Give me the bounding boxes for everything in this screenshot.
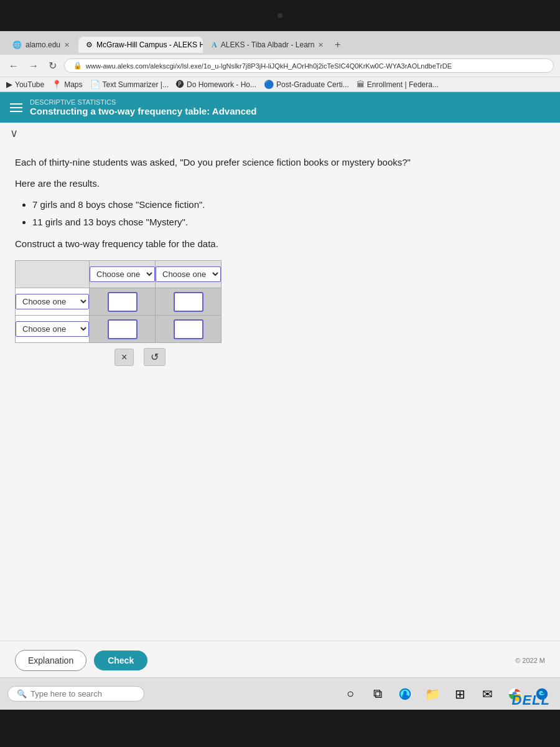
table-row2-label-cell[interactable]: Choose one Science fiction Mystery Total [16, 316, 90, 343]
apps-grid-icon[interactable]: ⊞ [449, 684, 470, 705]
maps-icon: 📍 [52, 80, 62, 89]
bookmark-do-homework-label: Do Homework - Ho... [187, 80, 256, 89]
bookmark-youtube[interactable]: ▶ YouTube [6, 80, 44, 89]
reload-button[interactable]: ↻ [46, 59, 59, 73]
youtube-icon: ▶ [6, 80, 12, 89]
frequency-table-wrapper: Choose one Girl Boy Total Choose one Gir… [15, 260, 545, 366]
table-cell-row2-col2[interactable] [156, 316, 222, 343]
footer-area: Explanation Check © 2022 M [0, 641, 560, 677]
bookmark-youtube-label: YouTube [15, 80, 44, 89]
hamburger-menu[interactable] [10, 103, 22, 112]
check-button[interactable]: Check [94, 651, 147, 670]
tab-label-aleks: ALEKS - Tiba Albadr - Learn [221, 40, 315, 49]
taskbar: 🔍 ○ ⧉ 📁 ⊞ ✉ [0, 677, 560, 710]
text-summarizer-icon: 📄 [90, 80, 100, 89]
frequency-table: Choose one Girl Boy Total Choose one Gir… [15, 260, 222, 343]
bookmark-text-summarizer-label: Text Summarizer |... [103, 80, 169, 89]
input-row1-col2[interactable] [174, 292, 203, 312]
table-cell-row1-col2[interactable] [156, 288, 222, 316]
problem-sub-intro: Here are the results. [15, 176, 545, 191]
row2-label-select[interactable]: Choose one Science fiction Mystery Total [16, 321, 89, 337]
copyright-text: © 2022 M [515, 657, 545, 664]
search-bar-icon: 🔍 [17, 689, 27, 698]
tab-label-alamo: alamo.edu [26, 40, 60, 49]
bookmark-post-graduate-label: Post-Graduate Certi... [276, 80, 349, 89]
bookmark-text-summarizer[interactable]: 📄 Text Summarizer |... [90, 80, 169, 89]
aleks-title: Constructing a two-way frequency table: … [30, 106, 257, 116]
bookmark-enrollment-label: Enrollment | Federa... [367, 80, 439, 89]
aleks-header-text: DESCRIPTIVE STATISTICS Constructing a tw… [30, 98, 257, 116]
table-cell-row2-col1[interactable] [90, 316, 156, 343]
hamburger-line1 [10, 103, 22, 105]
address-bar-row: ← → ↻ 🔒 www-awu.aleks.com/alekscgi/x/lsl… [0, 55, 560, 77]
bullet-list: 7 girls and 8 boys chose "Science fictio… [32, 197, 545, 230]
forward-button[interactable]: → [26, 59, 41, 73]
file-explorer-icon[interactable]: 📁 [422, 684, 443, 705]
bookmark-enrollment[interactable]: 🏛 Enrollment | Federa... [357, 80, 439, 89]
tab-favicon-mcgraw: ⚙ [86, 40, 93, 49]
undo-button[interactable]: ↺ [144, 348, 166, 366]
table-header-col2[interactable]: Choose one Girl Boy Total [156, 261, 222, 288]
tab-aleks[interactable]: A ALEKS - Tiba Albadr - Learn ✕ [204, 37, 329, 54]
problem-content: Each of thirty-nine students was asked, … [0, 144, 560, 641]
edge-browser-icon[interactable] [394, 684, 416, 705]
tab-close-aleks[interactable]: ✕ [318, 41, 324, 49]
table-corner-cell [16, 261, 90, 288]
clear-button[interactable]: × [114, 349, 134, 366]
bookmarks-bar: ▶ YouTube 📍 Maps 📄 Text Summarizer |... … [0, 77, 560, 92]
search-input[interactable] [30, 689, 130, 698]
aleks-subtitle: DESCRIPTIVE STATISTICS [30, 98, 257, 106]
homework-icon: 🅟 [176, 80, 184, 89]
content-area: DESCRIPTIVE STATISTICS Constructing a tw… [0, 92, 560, 677]
address-bar[interactable]: 🔒 www-awu.aleks.com/alekscgi/x/lsl.exe/1… [64, 59, 554, 73]
row1-label-select[interactable]: Choose one Science fiction Mystery Total [16, 294, 89, 309]
bullet-item-2: 11 girls and 13 boys chose "Mystery". [32, 215, 545, 230]
task-view-icon[interactable]: ⧉ [367, 684, 388, 705]
tab-mcgraw[interactable]: ⚙ McGraw-Hill Campus - ALEKS Ho ✕ [78, 37, 203, 53]
table-action-row: × ↺ [15, 343, 545, 366]
bookmark-maps-label: Maps [64, 80, 82, 89]
new-tab-button[interactable]: + [330, 37, 345, 53]
bookmark-post-graduate[interactable]: 🔵 Post-Graduate Certi... [264, 80, 349, 89]
explanation-button[interactable]: Explanation [15, 650, 86, 671]
bookmark-do-homework[interactable]: 🅟 Do Homework - Ho... [176, 80, 256, 89]
tab-favicon-aleks: A [212, 40, 217, 50]
dell-logo: DELL [512, 692, 550, 708]
address-text: www-awu.aleks.com/alekscgi/x/lsl.exe/1o_… [86, 62, 452, 70]
input-row2-col2[interactable] [174, 319, 203, 339]
table-header-col1[interactable]: Choose one Girl Boy Total [90, 261, 156, 288]
table-cell-row1-col1[interactable] [90, 288, 156, 316]
tab-favicon-alamo: 🌐 [12, 40, 22, 49]
hamburger-line2 [10, 107, 22, 108]
input-row1-col1[interactable] [108, 292, 138, 312]
input-row2-col1[interactable] [108, 319, 138, 339]
header-col2-select[interactable]: Choose one Girl Boy Total [156, 266, 221, 282]
post-graduate-icon: 🔵 [264, 80, 274, 89]
tab-label-mcgraw: McGraw-Hill Campus - ALEKS Ho [96, 40, 203, 49]
chevron-row: ∨ [0, 123, 560, 144]
back-button[interactable]: ← [6, 59, 21, 73]
mail-icon[interactable]: ✉ [477, 684, 498, 705]
header-col1-select[interactable]: Choose one Girl Boy Total [90, 266, 155, 282]
aleks-header: DESCRIPTIVE STATISTICS Constructing a tw… [0, 92, 560, 123]
bullet-item-1: 7 girls and 8 boys chose "Science fictio… [32, 197, 545, 212]
search-bar[interactable]: 🔍 [7, 686, 144, 702]
construct-instruction: Construct a two-way frequency table for … [15, 238, 545, 249]
windows-start-icon[interactable]: ○ [340, 684, 361, 705]
tab-bar: 🌐 alamo.edu ✕ ⚙ McGraw-Hill Campus - ALE… [0, 31, 560, 55]
tab-alamo[interactable]: 🌐 alamo.edu ✕ [5, 37, 77, 53]
tab-close-alamo[interactable]: ✕ [64, 41, 70, 49]
table-row1-label-cell[interactable]: Choose one Science fiction Mystery Total [16, 288, 90, 316]
bookmark-maps[interactable]: 📍 Maps [52, 80, 82, 89]
problem-intro: Each of thirty-nine students was asked, … [15, 155, 545, 170]
enrollment-icon: 🏛 [357, 80, 365, 89]
chevron-down-button[interactable]: ∨ [10, 126, 18, 140]
lock-icon: 🔒 [73, 62, 82, 70]
hamburger-line3 [10, 111, 22, 112]
